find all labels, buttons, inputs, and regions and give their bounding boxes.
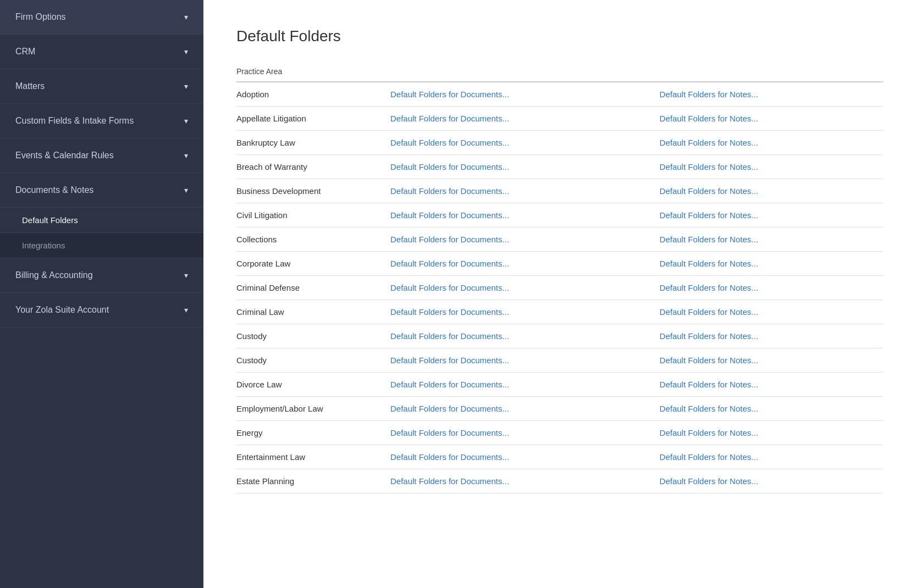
default-folders-notes-link[interactable]: Default Folders for Notes...: [660, 90, 758, 99]
table-row: Appellate LitigationDefault Folders for …: [236, 107, 883, 131]
default-folders-notes-link[interactable]: Default Folders for Notes...: [660, 452, 758, 462]
table-row: Divorce LawDefault Folders for Documents…: [236, 373, 883, 397]
default-folders-documents-link[interactable]: Default Folders for Documents...: [390, 138, 509, 147]
chevron-down-icon: ▾: [184, 82, 188, 91]
col-documents: [390, 62, 660, 82]
practice-area-name: Adoption: [236, 82, 390, 107]
col-practice-area: Practice Area: [236, 62, 390, 82]
table-row: CollectionsDefault Folders for Documents…: [236, 228, 883, 252]
chevron-down-icon: ▾: [184, 117, 188, 125]
default-folders-documents-link[interactable]: Default Folders for Documents...: [390, 356, 509, 365]
default-folders-notes-link[interactable]: Default Folders for Notes...: [660, 138, 758, 147]
sidebar-subitem-default-folders[interactable]: Default Folders: [0, 207, 203, 232]
practice-area-name: Entertainment Law: [236, 445, 390, 469]
sidebar: Firm Options▾CRM▾Matters▾Custom Fields &…: [0, 0, 203, 588]
sidebar-item-documents-notes[interactable]: Documents & Notes▾: [0, 173, 203, 207]
table-row: CustodyDefault Folders for Documents...D…: [236, 324, 883, 348]
practice-areas-table: Practice Area AdoptionDefault Folders fo…: [236, 62, 883, 493]
table-row: Estate PlanningDefault Folders for Docum…: [236, 469, 883, 493]
table-row: AdoptionDefault Folders for Documents...…: [236, 82, 883, 107]
default-folders-documents-link[interactable]: Default Folders for Documents...: [390, 90, 509, 99]
sidebar-item-label: CRM: [15, 47, 35, 57]
default-folders-documents-link[interactable]: Default Folders for Documents...: [390, 259, 509, 268]
sidebar-item-custom-fields[interactable]: Custom Fields & Intake Forms▾: [0, 104, 203, 138]
practice-area-name: Energy: [236, 421, 390, 445]
default-folders-documents-link[interactable]: Default Folders for Documents...: [390, 162, 509, 171]
default-folders-notes-link[interactable]: Default Folders for Notes...: [660, 235, 758, 244]
sidebar-item-label: Billing & Accounting: [15, 270, 93, 280]
table-row: Civil LitigationDefault Folders for Docu…: [236, 203, 883, 228]
default-folders-notes-link[interactable]: Default Folders for Notes...: [660, 428, 758, 437]
default-folders-notes-link[interactable]: Default Folders for Notes...: [660, 259, 758, 268]
main-content: Default Folders Practice Area AdoptionDe…: [203, 0, 916, 588]
chevron-down-icon: ▾: [184, 306, 188, 314]
sidebar-item-zola-account[interactable]: Your Zola Suite Account▾: [0, 293, 203, 327]
default-folders-notes-link[interactable]: Default Folders for Notes...: [660, 186, 758, 196]
default-folders-notes-link[interactable]: Default Folders for Notes...: [660, 210, 758, 220]
col-notes: [660, 62, 883, 82]
table-row: Criminal DefenseDefault Folders for Docu…: [236, 276, 883, 300]
default-folders-notes-link[interactable]: Default Folders for Notes...: [660, 162, 758, 171]
default-folders-notes-link[interactable]: Default Folders for Notes...: [660, 476, 758, 486]
table-row: CustodyDefault Folders for Documents...D…: [236, 348, 883, 373]
default-folders-documents-link[interactable]: Default Folders for Documents...: [390, 283, 509, 292]
sidebar-item-label: Events & Calendar Rules: [15, 151, 114, 160]
practice-area-name: Appellate Litigation: [236, 107, 390, 131]
sidebar-item-label: Your Zola Suite Account: [15, 305, 109, 315]
practice-area-name: Bankruptcy Law: [236, 131, 390, 155]
page-title: Default Folders: [236, 27, 883, 45]
table-row: Employment/Labor LawDefault Folders for …: [236, 397, 883, 421]
practice-area-name: Employment/Labor Law: [236, 397, 390, 421]
sidebar-item-events[interactable]: Events & Calendar Rules▾: [0, 138, 203, 173]
default-folders-documents-link[interactable]: Default Folders for Documents...: [390, 331, 509, 341]
table-row: Bankruptcy LawDefault Folders for Docume…: [236, 131, 883, 155]
sidebar-item-firm-options[interactable]: Firm Options▾: [0, 0, 203, 34]
practice-area-name: Collections: [236, 228, 390, 252]
practice-area-name: Custody: [236, 324, 390, 348]
sidebar-item-label: Matters: [15, 81, 45, 91]
table-row: Corporate LawDefault Folders for Documen…: [236, 252, 883, 276]
default-folders-documents-link[interactable]: Default Folders for Documents...: [390, 186, 509, 196]
sidebar-item-label: Documents & Notes: [15, 185, 93, 195]
chevron-down-icon: ▾: [184, 151, 188, 160]
table-row: EnergyDefault Folders for Documents...De…: [236, 421, 883, 445]
sidebar-item-label: Custom Fields & Intake Forms: [15, 116, 134, 126]
sidebar-subitem-integrations[interactable]: Integrations: [0, 232, 203, 258]
practice-area-name: Business Development: [236, 179, 390, 203]
default-folders-notes-link[interactable]: Default Folders for Notes...: [660, 307, 758, 317]
table-row: Entertainment LawDefault Folders for Doc…: [236, 445, 883, 469]
practice-area-name: Breach of Warranty: [236, 155, 390, 179]
default-folders-notes-link[interactable]: Default Folders for Notes...: [660, 404, 758, 413]
practice-area-name: Civil Litigation: [236, 203, 390, 228]
table-container: Practice Area AdoptionDefault Folders fo…: [236, 62, 883, 493]
chevron-down-icon: ▾: [184, 47, 188, 56]
default-folders-notes-link[interactable]: Default Folders for Notes...: [660, 356, 758, 365]
chevron-down-icon: ▾: [184, 271, 188, 280]
default-folders-notes-link[interactable]: Default Folders for Notes...: [660, 380, 758, 389]
sidebar-item-billing-accounting[interactable]: Billing & Accounting▾: [0, 258, 203, 292]
default-folders-documents-link[interactable]: Default Folders for Documents...: [390, 452, 509, 462]
chevron-down-icon: ▾: [184, 186, 188, 195]
default-folders-documents-link[interactable]: Default Folders for Documents...: [390, 476, 509, 486]
default-folders-documents-link[interactable]: Default Folders for Documents...: [390, 380, 509, 389]
chevron-down-icon: ▾: [184, 13, 188, 21]
sidebar-item-label: Firm Options: [15, 12, 66, 22]
practice-area-name: Divorce Law: [236, 373, 390, 397]
default-folders-documents-link[interactable]: Default Folders for Documents...: [390, 210, 509, 220]
table-row: Breach of WarrantyDefault Folders for Do…: [236, 155, 883, 179]
table-row: Business DevelopmentDefault Folders for …: [236, 179, 883, 203]
default-folders-documents-link[interactable]: Default Folders for Documents...: [390, 114, 509, 123]
default-folders-notes-link[interactable]: Default Folders for Notes...: [660, 114, 758, 123]
sidebar-item-matters[interactable]: Matters▾: [0, 69, 203, 103]
practice-area-name: Corporate Law: [236, 252, 390, 276]
practice-area-name: Custody: [236, 348, 390, 373]
practice-area-name: Estate Planning: [236, 469, 390, 493]
practice-area-name: Criminal Defense: [236, 276, 390, 300]
default-folders-documents-link[interactable]: Default Folders for Documents...: [390, 235, 509, 244]
default-folders-documents-link[interactable]: Default Folders for Documents...: [390, 428, 509, 437]
default-folders-notes-link[interactable]: Default Folders for Notes...: [660, 331, 758, 341]
default-folders-documents-link[interactable]: Default Folders for Documents...: [390, 307, 509, 317]
sidebar-item-crm[interactable]: CRM▾: [0, 35, 203, 69]
default-folders-notes-link[interactable]: Default Folders for Notes...: [660, 283, 758, 292]
default-folders-documents-link[interactable]: Default Folders for Documents...: [390, 404, 509, 413]
